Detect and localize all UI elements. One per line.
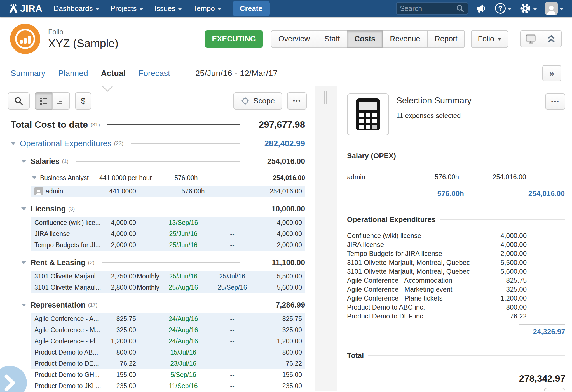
salary-opex-heading-row: Salary (OPEX): [347, 152, 565, 160]
selection-summary-text: Selection Summary 11 expenses selected: [396, 96, 472, 120]
expense-name-text: Product Demo to GH...: [34, 371, 100, 379]
cost-row[interactable]: admin441.0000576.00h254,016.00: [31, 186, 305, 197]
cost-section-header[interactable]: Representation(17)7,286.99: [21, 299, 305, 311]
tab-costs[interactable]: Costs: [347, 30, 383, 48]
user-avatar-icon: [34, 187, 43, 195]
tab-report[interactable]: Report: [427, 30, 465, 48]
monitor-icon: [525, 34, 536, 44]
header-icon-buttons: [520, 30, 562, 47]
cost-row[interactable]: Tempo Budgets for JI...2,000.0025/Jun/16…: [31, 239, 305, 251]
opex-summary-item: Product Demo to DEF inc.76.22: [347, 312, 565, 321]
expense-name-text: Agile Conference - Pl...: [34, 337, 101, 345]
table-search-button[interactable]: [8, 92, 30, 110]
collapse-caret-icon[interactable]: [21, 304, 26, 307]
nav-menu-tempo[interactable]: Tempo: [193, 4, 221, 13]
cost-section-header[interactable]: Rent & Leasing(2)11,100.00: [21, 257, 305, 268]
page-title: XYZ (Sample): [48, 37, 118, 50]
presentation-mode-button[interactable]: [520, 30, 541, 47]
calculator-icon: [355, 98, 381, 131]
date-range[interactable]: 25/Jun/16 - 12/Mar/17: [195, 69, 278, 78]
search-icon[interactable]: [456, 4, 464, 13]
expense-start-date: 23/Jul/16: [160, 360, 207, 367]
section-count: (1): [62, 158, 69, 164]
chevron-right-icon: [3, 374, 17, 391]
collapse-caret-icon[interactable]: [21, 207, 26, 211]
nav-right-tools: ?: [396, 2, 564, 15]
view-toggle-group: [35, 92, 70, 110]
tab-staff[interactable]: Staff: [317, 30, 347, 48]
salary-amount: 254,016.00: [459, 173, 526, 181]
tab-revenue[interactable]: Revenue: [382, 30, 428, 48]
expense-total: 800.00: [258, 349, 305, 356]
salary-role-row[interactable]: Business Analyst441.0000 per hour576.00h…: [32, 172, 305, 183]
cost-section-header[interactable]: Licensing(3)10,000.00: [21, 203, 305, 215]
collapse-caret-icon[interactable]: [21, 160, 26, 163]
cost-row[interactable]: Product Demo to DE...76.2223/Jul/16--76.…: [31, 358, 305, 369]
cost-row[interactable]: JIRA license4,000.0025/Jun/16--4,000.00: [31, 228, 305, 239]
scope-button[interactable]: Scope: [233, 92, 282, 110]
section-count: (3): [68, 206, 75, 212]
grand-total-amount: 278,342.97: [347, 373, 565, 384]
tab-overview[interactable]: Overview: [271, 30, 318, 48]
splitter-drag-handle-icon[interactable]: [322, 91, 331, 104]
jira-logo[interactable]: JIRA: [8, 3, 42, 14]
help-menu[interactable]: ?: [495, 3, 512, 14]
expand-panel-button[interactable]: »: [542, 65, 561, 81]
view-forecast[interactable]: Forecast: [139, 69, 170, 78]
user-profile-menu[interactable]: [545, 2, 564, 15]
email-summary-button[interactable]: [544, 388, 565, 391]
more-actions-button[interactable]: •••: [287, 92, 307, 110]
tree-list-view-button[interactable]: [52, 92, 70, 110]
settings-menu[interactable]: [519, 3, 537, 14]
cost-row[interactable]: Agile Conference - A...825.7524/Aug/16--…: [31, 313, 305, 324]
collapse-caret-icon[interactable]: [32, 176, 36, 179]
salary-hours: 576.00h: [414, 173, 459, 181]
announcements-button[interactable]: [476, 3, 487, 14]
cost-group-header[interactable]: Operational Expenditures(23)282,402.99: [11, 138, 305, 149]
opex-item-name: Confluence (wiki) license: [347, 232, 471, 240]
expense-end-date: --: [207, 360, 258, 367]
expense-total: 254,016.00: [250, 188, 305, 195]
salary-subtotal-amount: 254,016.00: [519, 186, 565, 198]
cost-row[interactable]: Agile Conference - M...325.0024/Aug/16--…: [31, 324, 305, 336]
costs-toolbar: $ Scope •••: [0, 86, 315, 110]
selection-summary-panel: Selection Summary 11 expenses selected •…: [337, 86, 572, 391]
expense-name: Product Demo to GH...: [31, 371, 107, 379]
expense-total: 2,000.00: [258, 241, 305, 249]
cost-row[interactable]: Product Demo to JKL...235.0011/Sep/16--2…: [31, 380, 305, 391]
collapse-caret-icon[interactable]: [11, 142, 16, 145]
collapse-header-button[interactable]: [541, 30, 562, 47]
global-search[interactable]: [396, 2, 468, 15]
create-button[interactable]: Create: [233, 1, 270, 16]
chevron-down-icon: [139, 8, 143, 10]
cost-rows-block: admin441.0000576.00h254,016.00: [11, 186, 305, 197]
expense-name: Agile Conference - M...: [31, 326, 107, 334]
cost-row[interactable]: Agile Conference - Pl...1,200.0024/Aug/1…: [31, 336, 305, 347]
status-badge[interactable]: EXECUTING: [205, 30, 263, 48]
nav-menu-projects[interactable]: Projects: [111, 4, 143, 13]
salary-opex-section: Salary (OPEX) admin 576.00h 254,016.00 5…: [347, 152, 565, 198]
flat-list-icon: [39, 97, 48, 105]
nav-menu-dashboards[interactable]: Dashboards: [53, 4, 99, 13]
collapse-caret-icon[interactable]: [21, 261, 26, 264]
opex-item-amount: 800.00: [471, 303, 527, 311]
view-actual[interactable]: Actual: [101, 69, 126, 78]
cost-section-header[interactable]: Salaries(1)254,016.00: [21, 155, 305, 167]
cost-row[interactable]: 3101 Olivette-Marjaul...2,750.00Monthly2…: [31, 271, 305, 282]
cost-row[interactable]: Confluence (wiki) lice...4,000.0013/Sep/…: [31, 217, 305, 228]
expense-name-text: Product Demo to AB...: [34, 349, 98, 356]
folio-dropdown-button[interactable]: Folio: [471, 30, 508, 48]
currency-button[interactable]: $: [75, 92, 91, 110]
search-input[interactable]: [400, 4, 456, 13]
flat-list-view-button[interactable]: [35, 92, 53, 110]
cost-row[interactable]: Product Demo to AB...800.0015/Jul/16--80…: [31, 347, 305, 358]
summary-more-actions-button[interactable]: •••: [545, 93, 565, 110]
nav-menu-issues[interactable]: Issues: [154, 4, 182, 13]
expense-end-date: --: [207, 219, 258, 226]
view-planned[interactable]: Planned: [58, 69, 88, 78]
opex-item-amount: 76.22: [471, 312, 527, 320]
cost-row[interactable]: Product Demo to GH...155.005/Sep/16--155…: [31, 369, 305, 380]
chevron-down-icon: [95, 8, 99, 10]
view-summary[interactable]: Summary: [11, 69, 45, 78]
cost-row[interactable]: 3101 Olivette-Marjaul...2,800.00Monthly2…: [31, 282, 305, 293]
